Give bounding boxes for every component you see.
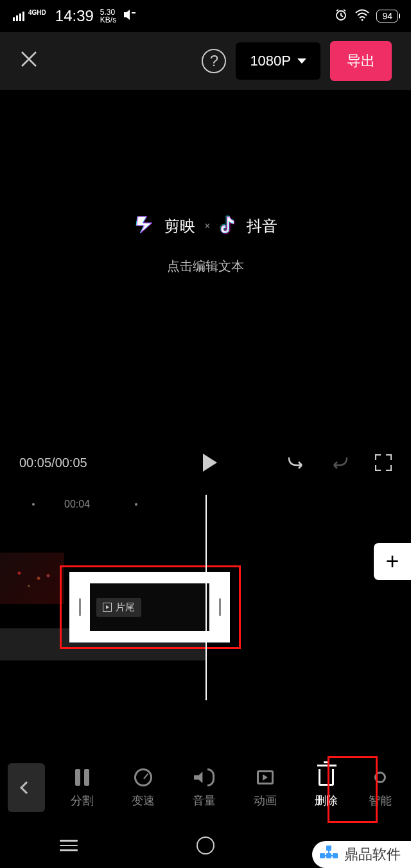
tool-split[interactable]: 分割 <box>59 767 105 808</box>
ruler-timestamp: 00:04 <box>64 499 90 510</box>
resolution-dropdown[interactable]: 1080P <box>236 42 320 80</box>
network-type: 4GHD <box>28 9 46 16</box>
time-display: 00:05/00:05 <box>19 456 135 470</box>
playback-controls: 00:05/00:05 <box>0 437 411 488</box>
brand-row: 剪映 × 抖音 <box>134 214 277 238</box>
video-clip-thumbnail[interactable] <box>0 553 64 604</box>
video-preview[interactable]: 剪映 × 抖音 点击编辑文本 <box>0 116 411 373</box>
play-button[interactable] <box>135 454 285 472</box>
data-rate: 5.30KB/s <box>100 8 116 24</box>
split-icon <box>72 767 92 788</box>
add-clip-button[interactable]: + <box>374 543 411 580</box>
tools-back-button[interactable] <box>8 763 45 812</box>
volume-icon <box>123 8 137 24</box>
redo-button[interactable] <box>330 452 351 474</box>
douyin-logo-icon <box>220 215 238 238</box>
chevron-down-icon <box>297 58 306 64</box>
alarm-icon <box>334 8 348 25</box>
fullscreen-button[interactable] <box>375 454 392 471</box>
svg-rect-0 <box>132 12 136 13</box>
brand-a-label: 剪映 <box>164 216 195 236</box>
undo-button[interactable] <box>285 452 306 474</box>
system-nav <box>0 823 411 868</box>
svg-point-2 <box>362 19 363 21</box>
bottom-toolbar: 分割 变速 音量 动画 删除 智能 <box>0 752 411 823</box>
tool-speed[interactable]: 变速 <box>120 767 166 808</box>
status-time: 14:39 <box>55 7 94 25</box>
edit-text-hint[interactable]: 点击编辑文本 <box>167 258 244 275</box>
jianying-logo-icon <box>134 214 155 238</box>
wifi-icon <box>354 8 370 24</box>
nav-home-button[interactable] <box>197 837 214 855</box>
close-button[interactable] <box>19 48 39 75</box>
playhead[interactable] <box>206 495 207 700</box>
tool-volume[interactable]: 音量 <box>181 767 227 808</box>
brand-b-label: 抖音 <box>247 216 277 236</box>
chevron-left-icon <box>20 781 33 794</box>
tool-animation[interactable]: 动画 <box>242 767 288 808</box>
speed-icon <box>134 768 152 786</box>
help-button[interactable]: ? <box>202 49 226 73</box>
status-bar: 4GHD 14:39 5.30KB/s 94 <box>0 0 411 32</box>
separator: × <box>204 220 210 232</box>
play-icon <box>203 454 217 472</box>
battery-indicator: 94 <box>376 10 398 22</box>
volume-icon <box>194 767 214 788</box>
animation-icon <box>257 770 274 784</box>
export-button[interactable]: 导出 <box>330 41 392 81</box>
selection-highlight <box>60 565 241 649</box>
timeline[interactable]: 00:04 片尾 + <box>0 495 411 700</box>
signal-icon <box>13 12 24 21</box>
tool-highlight <box>328 756 378 823</box>
nav-recent-button[interactable] <box>60 840 78 851</box>
top-toolbar: ? 1080P 导出 <box>0 32 411 90</box>
